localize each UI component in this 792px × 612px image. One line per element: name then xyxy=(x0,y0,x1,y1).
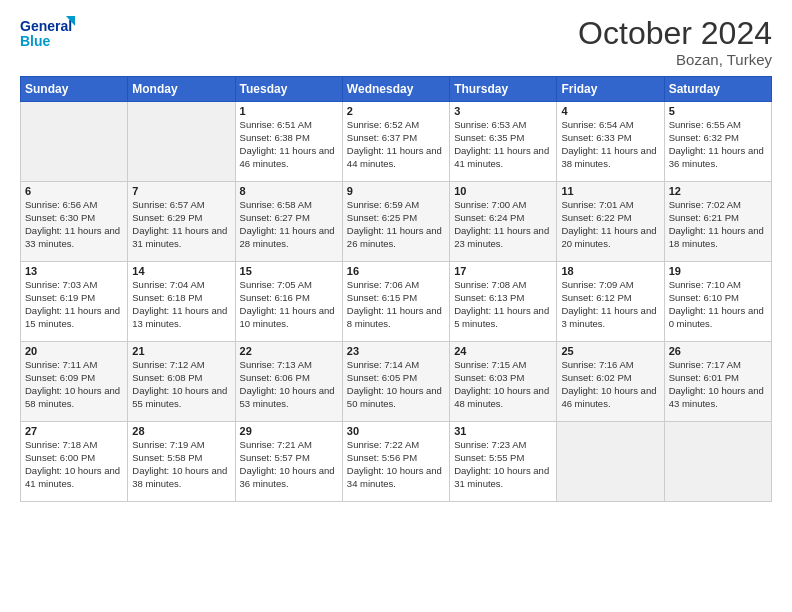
table-cell xyxy=(21,102,128,182)
generalblue-logo-icon: General Blue xyxy=(20,16,75,56)
logo: General Blue xyxy=(20,16,75,56)
day-number: 22 xyxy=(240,345,338,357)
day-number: 12 xyxy=(669,185,767,197)
week-row-3: 13Sunrise: 7:03 AMSunset: 6:19 PMDayligh… xyxy=(21,262,772,342)
location: Bozan, Turkey xyxy=(578,51,772,68)
table-cell: 10Sunrise: 7:00 AMSunset: 6:24 PMDayligh… xyxy=(450,182,557,262)
header-saturday: Saturday xyxy=(664,77,771,102)
week-row-1: 1Sunrise: 6:51 AMSunset: 6:38 PMDaylight… xyxy=(21,102,772,182)
table-cell: 12Sunrise: 7:02 AMSunset: 6:21 PMDayligh… xyxy=(664,182,771,262)
day-number: 5 xyxy=(669,105,767,117)
day-number: 4 xyxy=(561,105,659,117)
table-cell: 1Sunrise: 6:51 AMSunset: 6:38 PMDaylight… xyxy=(235,102,342,182)
table-cell: 16Sunrise: 7:06 AMSunset: 6:15 PMDayligh… xyxy=(342,262,449,342)
table-cell: 24Sunrise: 7:15 AMSunset: 6:03 PMDayligh… xyxy=(450,342,557,422)
week-row-5: 27Sunrise: 7:18 AMSunset: 6:00 PMDayligh… xyxy=(21,422,772,502)
day-info: Sunrise: 6:55 AMSunset: 6:32 PMDaylight:… xyxy=(669,119,767,170)
day-number: 15 xyxy=(240,265,338,277)
day-number: 29 xyxy=(240,425,338,437)
day-info: Sunrise: 7:12 AMSunset: 6:08 PMDaylight:… xyxy=(132,359,230,410)
header-sunday: Sunday xyxy=(21,77,128,102)
table-cell: 7Sunrise: 6:57 AMSunset: 6:29 PMDaylight… xyxy=(128,182,235,262)
table-cell: 5Sunrise: 6:55 AMSunset: 6:32 PMDaylight… xyxy=(664,102,771,182)
header-tuesday: Tuesday xyxy=(235,77,342,102)
table-cell: 18Sunrise: 7:09 AMSunset: 6:12 PMDayligh… xyxy=(557,262,664,342)
day-info: Sunrise: 7:00 AMSunset: 6:24 PMDaylight:… xyxy=(454,199,552,250)
day-info: Sunrise: 7:18 AMSunset: 6:00 PMDaylight:… xyxy=(25,439,123,490)
day-info: Sunrise: 7:04 AMSunset: 6:18 PMDaylight:… xyxy=(132,279,230,330)
day-number: 18 xyxy=(561,265,659,277)
day-number: 9 xyxy=(347,185,445,197)
day-info: Sunrise: 6:54 AMSunset: 6:33 PMDaylight:… xyxy=(561,119,659,170)
header-monday: Monday xyxy=(128,77,235,102)
day-info: Sunrise: 7:17 AMSunset: 6:01 PMDaylight:… xyxy=(669,359,767,410)
day-info: Sunrise: 7:11 AMSunset: 6:09 PMDaylight:… xyxy=(25,359,123,410)
header-thursday: Thursday xyxy=(450,77,557,102)
table-cell: 27Sunrise: 7:18 AMSunset: 6:00 PMDayligh… xyxy=(21,422,128,502)
day-number: 17 xyxy=(454,265,552,277)
day-info: Sunrise: 7:10 AMSunset: 6:10 PMDaylight:… xyxy=(669,279,767,330)
calendar-table: Sunday Monday Tuesday Wednesday Thursday… xyxy=(20,76,772,502)
table-cell: 17Sunrise: 7:08 AMSunset: 6:13 PMDayligh… xyxy=(450,262,557,342)
day-number: 11 xyxy=(561,185,659,197)
day-info: Sunrise: 7:09 AMSunset: 6:12 PMDaylight:… xyxy=(561,279,659,330)
day-number: 6 xyxy=(25,185,123,197)
day-info: Sunrise: 6:56 AMSunset: 6:30 PMDaylight:… xyxy=(25,199,123,250)
table-cell xyxy=(557,422,664,502)
day-info: Sunrise: 7:06 AMSunset: 6:15 PMDaylight:… xyxy=(347,279,445,330)
day-number: 28 xyxy=(132,425,230,437)
day-info: Sunrise: 7:23 AMSunset: 5:55 PMDaylight:… xyxy=(454,439,552,490)
table-cell: 14Sunrise: 7:04 AMSunset: 6:18 PMDayligh… xyxy=(128,262,235,342)
table-cell: 23Sunrise: 7:14 AMSunset: 6:05 PMDayligh… xyxy=(342,342,449,422)
day-number: 20 xyxy=(25,345,123,357)
weekday-header-row: Sunday Monday Tuesday Wednesday Thursday… xyxy=(21,77,772,102)
table-cell: 29Sunrise: 7:21 AMSunset: 5:57 PMDayligh… xyxy=(235,422,342,502)
day-info: Sunrise: 6:57 AMSunset: 6:29 PMDaylight:… xyxy=(132,199,230,250)
table-cell xyxy=(128,102,235,182)
day-number: 25 xyxy=(561,345,659,357)
day-number: 8 xyxy=(240,185,338,197)
day-number: 27 xyxy=(25,425,123,437)
day-number: 13 xyxy=(25,265,123,277)
day-info: Sunrise: 7:02 AMSunset: 6:21 PMDaylight:… xyxy=(669,199,767,250)
day-number: 7 xyxy=(132,185,230,197)
table-cell: 13Sunrise: 7:03 AMSunset: 6:19 PMDayligh… xyxy=(21,262,128,342)
day-info: Sunrise: 7:03 AMSunset: 6:19 PMDaylight:… xyxy=(25,279,123,330)
table-cell: 6Sunrise: 6:56 AMSunset: 6:30 PMDaylight… xyxy=(21,182,128,262)
day-info: Sunrise: 7:16 AMSunset: 6:02 PMDaylight:… xyxy=(561,359,659,410)
table-cell: 28Sunrise: 7:19 AMSunset: 5:58 PMDayligh… xyxy=(128,422,235,502)
day-info: Sunrise: 7:21 AMSunset: 5:57 PMDaylight:… xyxy=(240,439,338,490)
table-cell: 3Sunrise: 6:53 AMSunset: 6:35 PMDaylight… xyxy=(450,102,557,182)
table-cell: 2Sunrise: 6:52 AMSunset: 6:37 PMDaylight… xyxy=(342,102,449,182)
header-friday: Friday xyxy=(557,77,664,102)
table-cell: 4Sunrise: 6:54 AMSunset: 6:33 PMDaylight… xyxy=(557,102,664,182)
table-cell: 22Sunrise: 7:13 AMSunset: 6:06 PMDayligh… xyxy=(235,342,342,422)
table-cell: 15Sunrise: 7:05 AMSunset: 6:16 PMDayligh… xyxy=(235,262,342,342)
day-info: Sunrise: 7:19 AMSunset: 5:58 PMDaylight:… xyxy=(132,439,230,490)
week-row-4: 20Sunrise: 7:11 AMSunset: 6:09 PMDayligh… xyxy=(21,342,772,422)
day-number: 14 xyxy=(132,265,230,277)
day-number: 31 xyxy=(454,425,552,437)
week-row-2: 6Sunrise: 6:56 AMSunset: 6:30 PMDaylight… xyxy=(21,182,772,262)
day-number: 24 xyxy=(454,345,552,357)
header: General Blue October 2024 Bozan, Turkey xyxy=(20,16,772,68)
day-info: Sunrise: 6:58 AMSunset: 6:27 PMDaylight:… xyxy=(240,199,338,250)
day-info: Sunrise: 6:53 AMSunset: 6:35 PMDaylight:… xyxy=(454,119,552,170)
day-info: Sunrise: 7:01 AMSunset: 6:22 PMDaylight:… xyxy=(561,199,659,250)
day-info: Sunrise: 7:15 AMSunset: 6:03 PMDaylight:… xyxy=(454,359,552,410)
page: General Blue October 2024 Bozan, Turkey … xyxy=(0,0,792,612)
table-cell: 19Sunrise: 7:10 AMSunset: 6:10 PMDayligh… xyxy=(664,262,771,342)
table-cell: 8Sunrise: 6:58 AMSunset: 6:27 PMDaylight… xyxy=(235,182,342,262)
day-number: 21 xyxy=(132,345,230,357)
day-info: Sunrise: 7:22 AMSunset: 5:56 PMDaylight:… xyxy=(347,439,445,490)
day-number: 30 xyxy=(347,425,445,437)
day-info: Sunrise: 7:13 AMSunset: 6:06 PMDaylight:… xyxy=(240,359,338,410)
day-info: Sunrise: 7:08 AMSunset: 6:13 PMDaylight:… xyxy=(454,279,552,330)
day-number: 23 xyxy=(347,345,445,357)
day-number: 16 xyxy=(347,265,445,277)
table-cell: 26Sunrise: 7:17 AMSunset: 6:01 PMDayligh… xyxy=(664,342,771,422)
table-cell: 25Sunrise: 7:16 AMSunset: 6:02 PMDayligh… xyxy=(557,342,664,422)
title-section: October 2024 Bozan, Turkey xyxy=(578,16,772,68)
day-number: 1 xyxy=(240,105,338,117)
day-number: 10 xyxy=(454,185,552,197)
